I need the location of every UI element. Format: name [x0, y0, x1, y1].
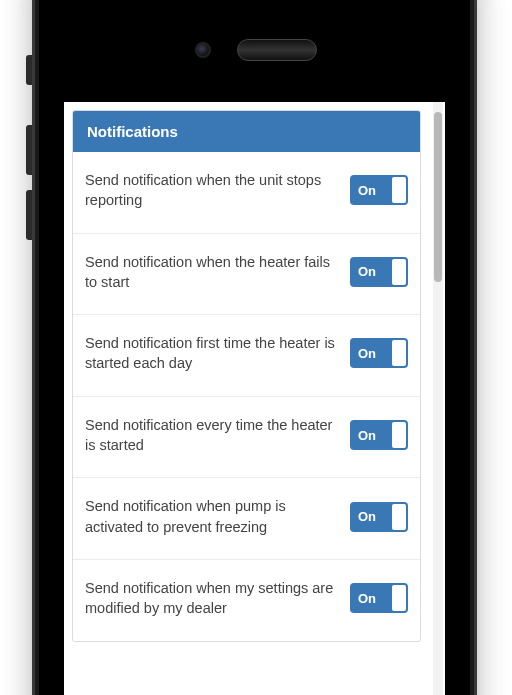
- phone-volume-up: [26, 125, 32, 175]
- toggle-heater-fails-start[interactable]: On: [350, 257, 408, 287]
- toggle-first-start-day[interactable]: On: [350, 338, 408, 368]
- toggle-every-start[interactable]: On: [350, 420, 408, 450]
- row-label: Send notification when my settings are m…: [85, 578, 338, 619]
- toggle-state-label: On: [358, 591, 376, 606]
- phone-bezel: Notifications Send notification when the…: [39, 0, 470, 695]
- notification-row: Send notification when the unit stops re…: [73, 152, 420, 234]
- phone-screen: Notifications Send notification when the…: [64, 102, 445, 695]
- notification-row: Send notification when pump is activated…: [73, 478, 420, 560]
- phone-frame: Notifications Send notification when the…: [32, 0, 477, 695]
- toggle-state-label: On: [358, 183, 376, 198]
- toggle-pump-freeze[interactable]: On: [350, 502, 408, 532]
- phone-camera-icon: [195, 42, 211, 58]
- notification-row: Send notification when my settings are m…: [73, 560, 420, 641]
- toggle-knob: [392, 340, 406, 366]
- notification-row: Send notification first time the heater …: [73, 315, 420, 397]
- toggle-knob: [392, 504, 406, 530]
- panel-title: Notifications: [73, 111, 420, 152]
- toggle-knob: [392, 422, 406, 448]
- row-label: Send notification when the unit stops re…: [85, 170, 338, 211]
- row-label: Send notification every time the heater …: [85, 415, 338, 456]
- toggle-knob: [392, 259, 406, 285]
- row-label: Send notification first time the heater …: [85, 333, 338, 374]
- toggle-state-label: On: [358, 428, 376, 443]
- phone-volume-down: [26, 190, 32, 240]
- row-label: Send notification when the heater fails …: [85, 252, 338, 293]
- toggle-state-label: On: [358, 346, 376, 361]
- toggle-knob: [392, 585, 406, 611]
- toggle-state-label: On: [358, 509, 376, 524]
- phone-speaker-icon: [237, 39, 317, 61]
- notifications-panel: Notifications Send notification when the…: [72, 110, 421, 642]
- toggle-dealer-modified[interactable]: On: [350, 583, 408, 613]
- toggle-state-label: On: [358, 264, 376, 279]
- screen-content: Notifications Send notification when the…: [64, 102, 445, 695]
- toggle-unit-stops-reporting[interactable]: On: [350, 175, 408, 205]
- toggle-knob: [392, 177, 406, 203]
- notification-row: Send notification when the heater fails …: [73, 234, 420, 316]
- row-label: Send notification when pump is activated…: [85, 496, 338, 537]
- phone-side-button: [26, 55, 32, 85]
- notification-row: Send notification every time the heater …: [73, 397, 420, 479]
